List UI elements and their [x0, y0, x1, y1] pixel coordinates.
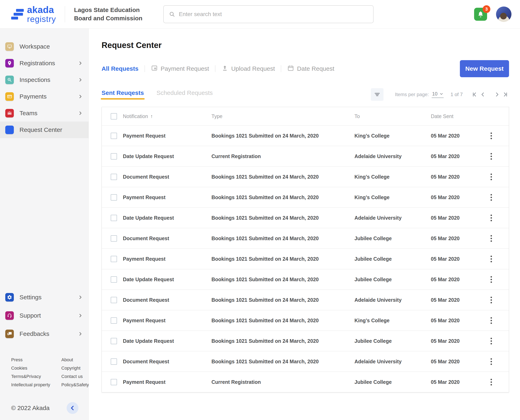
payments-icon — [5, 92, 14, 101]
search-icon — [169, 11, 175, 17]
footer-link-copyright[interactable]: Copyright — [61, 366, 89, 371]
notifications-button[interactable]: 3 — [474, 8, 487, 21]
footer-link-terms-privacy[interactable]: Terms&Privacy — [11, 374, 53, 379]
cell-date-sent: 05 Mar 2020 — [431, 215, 486, 221]
cell-notification: Document Request — [123, 235, 211, 241]
collapse-sidebar-button[interactable] — [67, 402, 78, 414]
sidebar-item-payments[interactable]: Payments — [0, 88, 89, 105]
kebab-menu-icon[interactable] — [489, 315, 494, 326]
row-checkbox[interactable] — [111, 153, 117, 159]
list-controls: Items per page: 10 1 of 7 — [371, 88, 509, 101]
sidebar-item-teams[interactable]: Teams — [0, 105, 89, 121]
table-row: Payment Request Bookings 1021 Submitted … — [102, 248, 509, 269]
cell-date-sent: 05 Mar 2020 — [431, 277, 486, 282]
registrations-icon — [5, 59, 14, 68]
kebab-menu-icon[interactable] — [489, 377, 494, 388]
sidebar-item-settings[interactable]: Settings — [0, 288, 89, 307]
chevron-right-icon — [78, 111, 82, 115]
row-checkbox[interactable] — [111, 256, 117, 262]
kebab-menu-icon[interactable] — [489, 172, 494, 182]
row-checkbox[interactable] — [111, 194, 117, 201]
row-checkbox[interactable] — [111, 215, 117, 221]
column-header-type[interactable]: Type — [211, 113, 355, 119]
new-request-button[interactable]: New Request — [460, 60, 509, 77]
row-checkbox[interactable] — [111, 276, 117, 283]
table-row: Document Request Bookings 1021 Submitted… — [102, 290, 509, 310]
cell-to: Adelaide University — [355, 359, 431, 365]
kebab-menu-icon[interactable] — [489, 336, 494, 346]
cell-to: Adelaide University — [355, 215, 431, 221]
sidebar-item-support[interactable]: Support — [0, 307, 89, 325]
filter-tab-payment-request[interactable]: Payment Request — [151, 65, 209, 73]
last-page-button[interactable] — [501, 90, 509, 98]
table-row: Document Request Bookings 1021 Submitted… — [102, 351, 509, 372]
column-header-date-sent[interactable]: Date Sent — [431, 113, 486, 119]
row-checkbox[interactable] — [111, 174, 117, 180]
page: akada registry Lagos State Education Boa… — [0, 0, 520, 420]
row-checkbox[interactable] — [111, 235, 117, 242]
filter-tab-label: Payment Request — [161, 65, 209, 72]
column-header-to[interactable]: To — [355, 113, 431, 119]
kebab-menu-icon[interactable] — [489, 130, 494, 141]
table-row: Document Request Bookings 1021 Submitted… — [102, 166, 509, 187]
column-header-notification[interactable]: Notification ↑ — [123, 113, 211, 119]
footer-link-press[interactable]: Press — [11, 357, 53, 362]
user-avatar[interactable] — [496, 7, 512, 22]
kebab-menu-icon[interactable] — [489, 212, 494, 223]
cell-date-sent: 05 Mar 2020 — [431, 338, 486, 344]
previous-page-button[interactable] — [479, 90, 487, 98]
next-page-button[interactable] — [493, 90, 501, 98]
kebab-menu-icon[interactable] — [489, 295, 494, 305]
logo-line2: registry — [27, 15, 56, 23]
footer-link-policy-safety[interactable]: Policy&Safety — [61, 382, 89, 388]
kebab-menu-icon[interactable] — [489, 274, 494, 285]
row-checkbox[interactable] — [111, 317, 117, 324]
row-checkbox[interactable] — [111, 359, 117, 365]
sidebar-item-inspections[interactable]: Inspections — [0, 72, 89, 88]
row-checkbox[interactable] — [111, 297, 117, 303]
first-page-button[interactable] — [471, 90, 479, 98]
kebab-menu-icon[interactable] — [489, 254, 494, 264]
select-all-checkbox[interactable] — [111, 113, 117, 120]
footer-link-contact-us[interactable]: Contact us — [61, 374, 89, 379]
payment-request-icon — [151, 65, 158, 73]
kebab-menu-icon[interactable] — [489, 356, 494, 367]
notification-count-badge: 3 — [483, 5, 490, 13]
sidebar-item-feedbacks[interactable]: Feedbacks — [0, 325, 89, 343]
row-checkbox[interactable] — [111, 133, 117, 139]
filter-tab-date-request[interactable]: Date Request — [287, 65, 334, 73]
kebab-menu-icon[interactable] — [489, 192, 494, 203]
filter-tab-all-requests[interactable]: All Requests — [102, 65, 139, 72]
akada-logo[interactable]: akada registry — [11, 5, 56, 23]
filter-button[interactable] — [371, 88, 384, 101]
tab-sent-requests[interactable]: Sent Reuqests — [102, 90, 144, 100]
sidebar-item-workspace[interactable]: Workspace — [0, 38, 89, 55]
items-per-page-value: 10 — [432, 91, 438, 97]
app-body: Workspace Registrations Inspections Paym… — [0, 29, 520, 420]
sidebar-item-label: Payments — [20, 93, 46, 100]
tab-scheduled-requests[interactable]: Scheduled Requests — [156, 90, 213, 100]
tab-separator — [215, 65, 215, 72]
table-row: Date Update Request Bookings 1021 Submit… — [102, 330, 509, 351]
filter-tab-upload-request[interactable]: Upload Request — [221, 65, 275, 73]
footer-link-intellectual-property[interactable]: Intellectual property — [11, 382, 53, 388]
copyright: © 2022 Akada — [11, 405, 50, 412]
cell-type: Bookings 1021 Submitted on 24 March, 202… — [211, 235, 355, 241]
row-checkbox[interactable] — [111, 379, 117, 385]
cell-type: Current Registration — [211, 379, 355, 385]
cell-notification: Date Update Request — [123, 277, 211, 282]
cell-date-sent: 05 Mar 2020 — [431, 133, 486, 139]
search-input[interactable] — [179, 11, 368, 17]
chevron-right-icon — [78, 314, 82, 318]
kebab-menu-icon[interactable] — [489, 151, 494, 162]
table-row: Payment Request Current Registration Jub… — [102, 372, 509, 392]
kebab-menu-icon[interactable] — [489, 233, 494, 244]
row-checkbox[interactable] — [111, 338, 117, 344]
sidebar-item-request-center[interactable]: Request Center — [0, 121, 89, 138]
footer-link-cookies[interactable]: Cookies — [11, 366, 53, 371]
footer-link-about[interactable]: About — [61, 357, 89, 362]
items-per-page-select[interactable]: 10 — [432, 91, 444, 98]
chevron-down-icon — [439, 92, 443, 96]
feedbacks-icon — [5, 330, 14, 338]
sidebar-item-registrations[interactable]: Registrations — [0, 55, 89, 72]
